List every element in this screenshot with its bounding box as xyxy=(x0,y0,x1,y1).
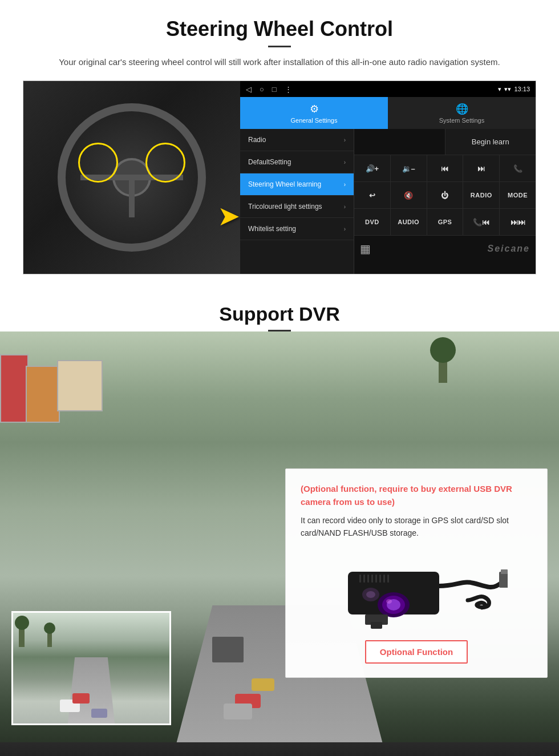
begin-learn-button[interactable]: Begin learn xyxy=(445,129,536,155)
menu-default-label: DefaultSetting xyxy=(248,158,291,166)
mute-button[interactable]: 🔇 xyxy=(391,182,427,208)
square-icon: □ xyxy=(272,85,277,94)
wheel-circle-left xyxy=(78,143,118,183)
tab-bar: ⚙ General Settings 🌐 System Settings xyxy=(240,97,536,129)
time-display: 13:13 xyxy=(514,86,530,92)
system-icon: 🌐 xyxy=(456,103,468,115)
prev-track-button[interactable]: ⏮ xyxy=(427,155,463,181)
settings-icon: ⚙ xyxy=(310,103,319,115)
menu-dots-icon: ⋮ xyxy=(285,85,292,94)
svg-point-18 xyxy=(366,591,375,598)
vol-up-icon: 🔊+ xyxy=(366,164,379,173)
vol-down-icon: 🔉– xyxy=(402,164,415,173)
status-bar: ◁ ○ □ ⋮ ▾ ▾▾ 13:13 xyxy=(240,81,536,97)
svg-rect-16 xyxy=(501,569,508,574)
status-icons: ▾ ▾▾ 13:13 xyxy=(498,86,530,93)
chevron-right-icon-3: › xyxy=(344,181,346,188)
van xyxy=(212,637,244,662)
mode-label: MODE xyxy=(508,192,528,199)
building-3 xyxy=(57,360,103,411)
phone-button[interactable]: 📞 xyxy=(500,155,536,181)
dvr-title: Support DVR xyxy=(23,303,536,325)
power-button[interactable]: ⏻ xyxy=(427,182,463,208)
menu-item-default[interactable]: DefaultSetting › xyxy=(240,151,354,173)
svg-rect-14 xyxy=(371,622,382,629)
chevron-right-icon-5: › xyxy=(344,226,346,232)
power-icon: ⏻ xyxy=(441,191,448,200)
title-divider xyxy=(268,46,291,47)
dvr-image-section: (Optional function, require to buy exter… xyxy=(0,331,559,756)
settings-menu: Radio › DefaultSetting › Steering Wheel … xyxy=(240,129,354,274)
begin-learn-label: Begin learn xyxy=(472,138,509,146)
steering-learn-panel: Begin learn 🔊+ 🔉– ⏮ xyxy=(354,129,536,274)
building-1 xyxy=(0,354,29,423)
signal-icon: ▾▾ xyxy=(504,86,511,93)
button-grid: 🔊+ 🔉– ⏮ ⏭ 📞 xyxy=(354,155,536,235)
svg-point-12 xyxy=(386,599,392,604)
menu-tricoloured-label: Tricoloured light settings xyxy=(248,203,322,211)
dashboard-strip xyxy=(0,742,559,756)
svg-rect-15 xyxy=(499,572,508,588)
bottom-bar: ▦ Seicane xyxy=(354,235,536,261)
svg-rect-7 xyxy=(383,575,385,583)
menu-item-steering[interactable]: Steering Wheel learning › xyxy=(240,173,354,196)
back-icon: ◁ xyxy=(246,85,252,94)
dvr-camera-product xyxy=(301,549,532,640)
steering-image-container: ◁ ○ □ ⋮ ▾ ▾▾ 13:13 ⚙ General Settings xyxy=(23,80,536,274)
skip-button[interactable]: ⏭⏭ xyxy=(500,209,536,235)
chevron-right-icon: › xyxy=(344,137,346,143)
thumb-car-3 xyxy=(91,709,107,718)
steering-wheel xyxy=(58,103,206,252)
thumb-tree-top-2 xyxy=(44,622,55,634)
dvd-button[interactable]: DVD xyxy=(354,209,390,235)
gps-label: GPS xyxy=(438,219,452,225)
thumb-tree-top xyxy=(15,616,29,630)
nav-icons: ◁ ○ □ ⋮ xyxy=(246,85,292,94)
dvr-info-card: (Optional function, require to buy exter… xyxy=(285,468,548,678)
arrow-icon xyxy=(212,200,240,228)
mode-button[interactable]: MODE xyxy=(500,182,536,208)
svg-rect-1 xyxy=(359,575,361,583)
menu-item-tricoloured[interactable]: Tricoloured light settings › xyxy=(240,196,354,218)
next-track-button[interactable]: ⏭ xyxy=(463,155,499,181)
car-gray xyxy=(224,704,252,719)
steering-title: Steering Wheel Control xyxy=(23,17,536,41)
steering-section: Steering Wheel Control Your original car… xyxy=(0,0,559,286)
optional-function-button[interactable]: Optional Function xyxy=(365,640,468,664)
thumb-car-2 xyxy=(72,693,90,704)
steering-wheel-photo xyxy=(23,81,240,274)
menu-steering-label: Steering Wheel learning xyxy=(248,180,321,188)
menu-item-radio[interactable]: Radio › xyxy=(240,129,354,151)
phone-prev-button[interactable]: 📞⏮ xyxy=(463,209,499,235)
radio-button[interactable]: RADIO xyxy=(463,182,499,208)
skip-icon: ⏭⏭ xyxy=(511,218,525,227)
svg-rect-4 xyxy=(371,575,373,583)
tree-top xyxy=(430,337,456,363)
dvr-section: Support DVR xyxy=(0,286,559,756)
gps-button[interactable]: GPS xyxy=(427,209,463,235)
dvr-optional-text: (Optional function, require to buy exter… xyxy=(301,483,532,508)
tab-system-settings[interactable]: 🌐 System Settings xyxy=(388,97,536,129)
vol-up-button[interactable]: 🔊+ xyxy=(354,155,390,181)
audio-label: AUDIO xyxy=(398,219,419,225)
menu-whitelist-label: Whitelist setting xyxy=(248,225,296,233)
vol-down-button[interactable]: 🔉– xyxy=(391,155,427,181)
brand-name: Seicane xyxy=(488,244,530,254)
car-yellow xyxy=(252,678,274,691)
dvr-description: It can record video only to storage in G… xyxy=(301,514,532,540)
dvr-camera-svg xyxy=(325,555,508,634)
svg-rect-8 xyxy=(387,575,389,583)
svg-rect-6 xyxy=(379,575,381,583)
audio-button[interactable]: AUDIO xyxy=(391,209,427,235)
wheel-circle-right xyxy=(145,143,185,183)
chevron-right-icon-4: › xyxy=(344,204,346,210)
back-call-button[interactable]: ↩ xyxy=(354,182,390,208)
empty-cell xyxy=(354,129,445,155)
chevron-right-icon-2: › xyxy=(344,159,346,165)
tab-general-settings[interactable]: ⚙ General Settings xyxy=(240,97,388,129)
dvd-label: DVD xyxy=(365,219,379,225)
menu-item-whitelist[interactable]: Whitelist setting › xyxy=(240,218,354,240)
svg-rect-3 xyxy=(367,575,369,583)
radio-label: RADIO xyxy=(471,192,492,199)
dvr-header: Support DVR xyxy=(0,286,559,331)
